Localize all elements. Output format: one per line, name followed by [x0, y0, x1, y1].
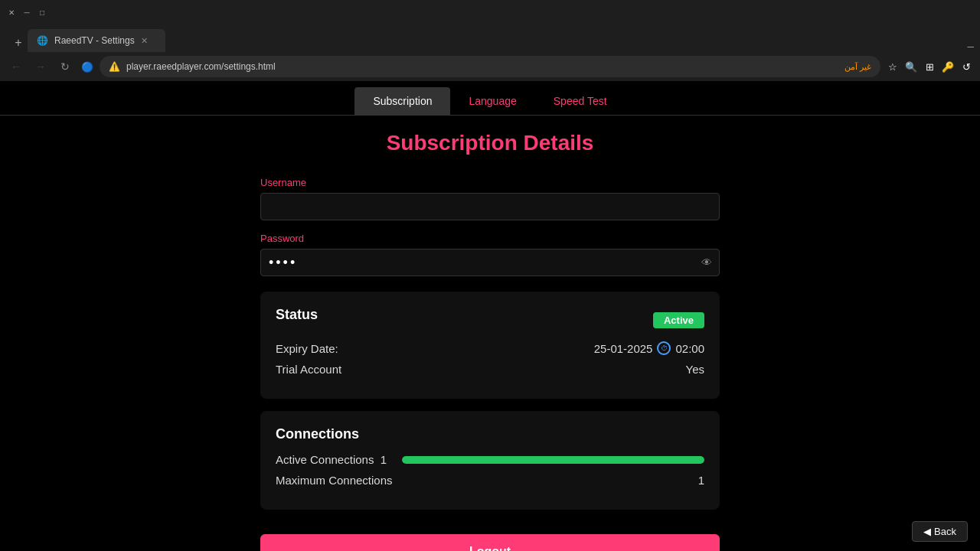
tab-favicon: 🌐 [37, 35, 48, 46]
lock-icon: ⚠️ [109, 61, 120, 72]
tab-subscription[interactable]: Subscription [354, 87, 450, 115]
password-toggle-btn[interactable]: 👁 [701, 256, 712, 269]
progress-bar-wrapper [402, 456, 704, 464]
new-tab-btn[interactable]: + [9, 34, 28, 52]
status-badge: Active [653, 312, 704, 328]
trial-row: Trial Account Yes [276, 363, 704, 376]
ext-btn-3[interactable]: 🔑 [940, 59, 956, 74]
status-row: Status Active [276, 307, 704, 334]
clock-icon: ⏱ [657, 341, 671, 355]
minimize-window-btn[interactable]: ─ [21, 7, 32, 18]
expiry-row: Expiry Date: 25-01-2025 ⏱ 02:00 [276, 341, 704, 355]
password-label: Password [260, 233, 720, 244]
progress-fill [402, 456, 704, 464]
back-button[interactable]: ◀ Back [912, 521, 968, 542]
expiry-date: 25-01-2025 [594, 342, 653, 355]
maximize-window-btn[interactable]: □ [37, 7, 47, 18]
forward-nav-btn[interactable]: → [31, 57, 51, 77]
active-tab[interactable]: 🌐 RaeedTV - Settings ✕ [28, 29, 165, 52]
nav-tabs: Subscription Language Speed Test [0, 87, 980, 116]
progress-bar [402, 456, 704, 464]
trial-value: Yes [686, 363, 704, 376]
back-nav-btn[interactable]: ← [6, 57, 26, 77]
minimize-btn[interactable]: ─ [967, 41, 974, 52]
search-btn[interactable]: 🔍 [903, 59, 919, 74]
connections-section-title: Connections [276, 426, 704, 442]
page-title: Subscription Details [260, 131, 720, 155]
password-wrapper: 👁 [260, 249, 720, 276]
star-btn[interactable]: ☆ [885, 59, 900, 74]
main-content: Subscription Details Username Password 👁… [260, 116, 720, 551]
arabic-warning: غير آمن [844, 62, 871, 72]
max-connections-value: 1 [698, 474, 704, 487]
expiry-value: 25-01-2025 ⏱ 02:00 [594, 341, 704, 355]
address-bar[interactable]: ⚠️ player.raeedplayer.com/settings.html … [100, 56, 880, 77]
max-connections-label: Maximum Connections [276, 474, 393, 487]
status-card: Status Active Expiry Date: 25-01-2025 ⏱ … [260, 292, 720, 399]
username-input[interactable] [260, 193, 720, 220]
trial-label: Trial Account [276, 363, 341, 376]
tab-title: RaeedTV - Settings [54, 35, 135, 46]
expiry-label: Expiry Date: [276, 342, 338, 355]
password-input[interactable] [260, 249, 720, 276]
active-connections-row: Active Connections 1 [276, 453, 704, 466]
logout-button[interactable]: Logout [260, 534, 720, 551]
close-window-btn[interactable]: ✕ [6, 7, 17, 18]
refresh-btn[interactable]: ↻ [55, 57, 75, 77]
tab-speedtest[interactable]: Speed Test [535, 87, 626, 115]
page-content: Subscription Language Speed Test Subscri… [0, 81, 980, 551]
connections-card: Connections Active Connections 1 Maximum… [260, 411, 720, 510]
status-section-title: Status [276, 307, 318, 323]
expiry-time: 02:00 [675, 342, 704, 355]
tab-language[interactable]: Language [450, 87, 534, 115]
url-text: player.raeedplayer.com/settings.html [126, 61, 276, 72]
max-connections-row: Maximum Connections 1 [276, 474, 704, 487]
ext-btn-2[interactable]: ⊞ [922, 59, 937, 74]
refresh-nav-btn[interactable]: ↺ [959, 59, 974, 74]
ext-icon-1[interactable]: 🔵 [80, 59, 95, 74]
username-label: Username [260, 177, 720, 188]
active-connections-label: Active Connections 1 [276, 453, 387, 466]
tab-close-btn[interactable]: ✕ [141, 36, 148, 46]
